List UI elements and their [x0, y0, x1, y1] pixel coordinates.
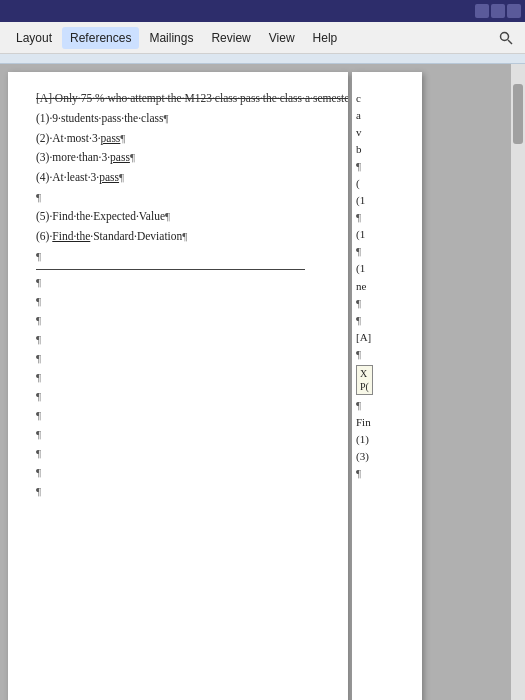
pilcrow-7: ¶	[182, 230, 187, 242]
paragraph-intro: [A]·Only·75·%·who·attempt·the·M123·class…	[36, 90, 328, 108]
page-content-left: [A]·Only·75·%·who·attempt·the·M123·class…	[8, 72, 348, 512]
pilcrow-blank5: ¶	[36, 312, 328, 329]
document-area: [A]·Only·75·%·who·attempt·the·M123·class…	[0, 64, 525, 700]
paragraph-blank13: ¶	[36, 464, 328, 481]
pilcrow-blank9: ¶	[36, 388, 328, 405]
right-line-20: (3)	[356, 448, 418, 465]
pilcrow-blank10: ¶	[36, 407, 328, 424]
menu-item-view[interactable]: View	[261, 27, 303, 49]
pilcrow-6: ¶	[165, 210, 170, 222]
pilcrow-blank8: ¶	[36, 369, 328, 386]
paragraph-blank4: ¶	[36, 293, 328, 310]
vertical-scrollbar[interactable]	[511, 64, 525, 700]
paragraph-q5: (5)·Find·the·Expected·Value¶	[36, 208, 328, 226]
paragraph-blank9: ¶	[36, 388, 328, 405]
title-bar-controls	[475, 4, 521, 18]
right-line-19: (1)	[356, 431, 418, 448]
right-line-7: (1	[356, 192, 418, 209]
pilcrow-blank7: ¶	[36, 350, 328, 367]
right-line-15: [A]	[356, 329, 418, 346]
paragraph-blank3: ¶	[36, 274, 328, 291]
page-right: c a v b ¶ ( (1 ¶ (1 ¶ (1 ne ¶ ¶ [A] ¶ X …	[352, 72, 422, 700]
title-bar	[0, 0, 525, 22]
right-line-3: v	[356, 124, 418, 141]
q3-pass: pass	[110, 151, 130, 163]
right-line-1: c	[356, 90, 418, 107]
pilcrow-blank12: ¶	[36, 445, 328, 462]
pilcrow-2: ¶	[163, 112, 168, 124]
paragraph-blank10: ¶	[36, 407, 328, 424]
scrollbar-thumb[interactable]	[513, 84, 523, 144]
q4-text: (4)·At·least·3·	[36, 171, 99, 183]
paragraph-q4: (4)·At·least·3·pass¶	[36, 169, 328, 187]
app-container: Layout References Mailings Review View H…	[0, 0, 525, 700]
paragraph-blank6: ¶	[36, 331, 328, 348]
pilcrow-3: ¶	[120, 132, 125, 144]
paragraph-blank1: ¶	[36, 189, 328, 206]
pilcrow-5: ¶	[119, 171, 124, 183]
menu-item-mailings[interactable]: Mailings	[141, 27, 201, 49]
pilcrow-blank1: ¶	[36, 189, 328, 206]
right-line-2: a	[356, 107, 418, 124]
page-left: [A]·Only·75·%·who·attempt·the·M123·class…	[8, 72, 348, 700]
menu-item-layout[interactable]: Layout	[8, 27, 60, 49]
paragraph-q1: (1)·9·students·pass·the·class¶	[36, 110, 328, 128]
table-box: X P(	[356, 365, 373, 395]
pilcrow-blank6: ¶	[36, 331, 328, 348]
right-line-10: ¶	[356, 243, 418, 260]
paragraph-q6: (6)·Find·the·Standard·Deviation¶	[36, 228, 328, 246]
search-icon[interactable]	[495, 27, 517, 49]
pilcrow-blank4: ¶	[36, 293, 328, 310]
q6-rest: ·Standard·Deviation	[90, 230, 182, 242]
right-line-11: (1	[356, 260, 418, 277]
paragraph-blank2: ¶	[36, 248, 328, 265]
menu-item-references[interactable]: References	[62, 27, 139, 49]
pilcrow-4: ¶	[130, 151, 135, 163]
q3-text: (3)·more·than·3·	[36, 151, 110, 163]
paragraph-q2: (2)·At·most·3·pass¶	[36, 130, 328, 148]
pilcrow-blank13: ¶	[36, 464, 328, 481]
right-line-8: ¶	[356, 209, 418, 226]
paragraph-blank14: ¶	[36, 483, 328, 500]
right-line-17: ¶	[356, 397, 418, 414]
right-line-9: (1	[356, 226, 418, 243]
page-content-right: c a v b ¶ ( (1 ¶ (1 ¶ (1 ne ¶ ¶ [A] ¶ X …	[352, 72, 422, 492]
paragraph-blank5: ¶	[36, 312, 328, 329]
menu-bar: Layout References Mailings Review View H…	[0, 22, 525, 54]
q1-text: (1)·9·students·pass·the·class	[36, 112, 163, 124]
right-line-6: (	[356, 175, 418, 192]
right-line-18: Fin	[356, 414, 418, 431]
paragraph-blank8: ¶	[36, 369, 328, 386]
table-row-label: P(	[360, 381, 369, 392]
paragraph-blank7: ¶	[36, 350, 328, 367]
q4-pass: pass	[99, 171, 119, 183]
right-line-12: ne	[356, 278, 418, 295]
minimize-button[interactable]	[475, 4, 489, 18]
svg-point-0	[501, 32, 509, 40]
paragraph-blank11: ¶	[36, 426, 328, 443]
q6-find: Find·the	[52, 230, 90, 242]
maximize-button[interactable]	[491, 4, 505, 18]
right-line-5: ¶	[356, 158, 418, 175]
pilcrow-blank3: ¶	[36, 274, 328, 291]
right-line-4: b	[356, 141, 418, 158]
right-line-21: ¶	[356, 465, 418, 482]
intro-text: [A]·Only·75·%·who·attempt·the·M123·class…	[36, 92, 348, 104]
menu-item-help[interactable]: Help	[305, 27, 346, 49]
table-header: X	[360, 368, 367, 379]
q2-pass: pass	[101, 132, 121, 144]
svg-line-1	[508, 40, 512, 44]
right-line-13: ¶	[356, 295, 418, 312]
pilcrow-blank14: ¶	[36, 483, 328, 500]
right-line-16: ¶	[356, 346, 418, 363]
q5-text: (5)·Find·the·Expected·Value	[36, 210, 165, 222]
q6-text: (6)·	[36, 230, 52, 242]
separator-line	[36, 269, 305, 270]
close-button[interactable]	[507, 4, 521, 18]
pilcrow-blank11: ¶	[36, 426, 328, 443]
paragraph-q3: (3)·more·than·3·pass¶	[36, 149, 328, 167]
right-line-14: ¶	[356, 312, 418, 329]
ribbon	[0, 54, 525, 64]
menu-item-review[interactable]: Review	[203, 27, 258, 49]
q2-text: (2)·At·most·3·	[36, 132, 101, 144]
